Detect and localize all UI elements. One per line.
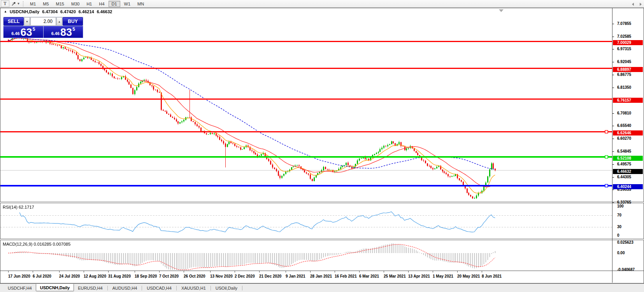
date-tick <box>457 271 458 273</box>
ask-price-sup: 5 <box>72 26 75 32</box>
text-tool-button[interactable]: T <box>1 0 9 7</box>
tab-separator <box>107 286 108 290</box>
chart-tab-usdcnh-daily[interactable]: USDCNH,Daily <box>36 284 74 291</box>
date-tick <box>135 271 135 273</box>
date-tick <box>108 271 109 273</box>
timeframe-m1[interactable]: M1 <box>27 1 39 7</box>
tab-separator <box>176 286 177 290</box>
date-tick <box>59 271 60 273</box>
price-tag-7-00029: 7.00029 <box>613 40 643 45</box>
chart-tab-eurusd-h4[interactable]: EURUSD,H4 <box>74 284 107 292</box>
date-label: 16 Feb 2021 <box>335 274 357 278</box>
price-tag-6-76157: 6.76157 <box>613 98 643 103</box>
volume-increase-button[interactable]: ▲ <box>56 17 62 26</box>
rsi-scale-tick: 70 <box>617 213 621 217</box>
sell-button[interactable]: SELL <box>4 17 24 26</box>
date-tick <box>335 271 335 273</box>
date-label: 6 Mar 2021 <box>359 274 379 278</box>
chart-title: ▲ USDCNH,Daily 6.47304 6.47420 6.46214 6… <box>4 9 112 14</box>
date-label: 13 Nov 2020 <box>210 274 233 278</box>
date-label: 2 Dec 2020 <box>235 274 255 278</box>
macd-indicator-label: MACD(12,26,9) 0.016285 0.007085 <box>3 242 70 246</box>
price-tick: 6.49575 <box>612 162 631 167</box>
bid-price-tile[interactable]: 6.46 63 5 <box>4 26 43 38</box>
date-tick <box>159 271 160 273</box>
timeframe-mn[interactable]: MN <box>134 1 147 7</box>
timeframe-w1[interactable]: W1 <box>121 1 134 7</box>
buy-button[interactable]: BUY <box>63 17 83 26</box>
date-tick <box>259 271 260 273</box>
volume-decrease-button[interactable]: ▼ <box>24 17 30 26</box>
tab-scroll-right-icon[interactable] <box>640 3 642 6</box>
date-tick <box>359 271 360 273</box>
date-label: 17 Jun 2020 <box>8 274 30 278</box>
arrows-tool-button[interactable]: ▼ <box>10 0 21 7</box>
bid-price-prefix: 6.46 <box>11 31 19 36</box>
volume-input[interactable]: 2.00 <box>30 17 56 26</box>
date-tick <box>84 271 84 273</box>
price-tick: 6.44305 <box>612 175 631 179</box>
timeframe-m30[interactable]: M30 <box>68 1 82 7</box>
date-label: 21 Dec 2020 <box>259 274 281 278</box>
price-tick: 7.07855 <box>612 21 631 26</box>
rsi-scale-tick: 100 <box>617 204 624 208</box>
price-axis[interactable]: 7.078557.025856.973156.920456.867756.813… <box>612 8 644 271</box>
ask-price-big: 83 <box>60 27 72 37</box>
timeframe-m15[interactable]: M15 <box>53 1 67 7</box>
date-tick <box>384 271 384 273</box>
macd-pane-canvas[interactable] <box>0 240 612 271</box>
date-tick <box>33 271 33 273</box>
tab-scroll-left-icon[interactable] <box>632 3 634 6</box>
ohlc-low: 6.46214 <box>79 9 94 14</box>
timeframe-d1[interactable]: D1 <box>109 1 120 7</box>
arrows-tool-icon <box>11 2 16 6</box>
date-tick <box>235 271 235 273</box>
date-tick <box>482 271 482 273</box>
price-tag-6-62646: 6.62646 <box>613 130 643 135</box>
price-tick: 6.70810 <box>612 111 631 116</box>
price-tick: 6.60270 <box>612 136 631 141</box>
toolbar: T ▼ M1M5M15M30H1H4D1W1MN <box>0 0 644 8</box>
date-label: 28 Jan 2021 <box>310 274 332 278</box>
chart-tab-xauusd-h1[interactable]: XAUUSD,H1 <box>177 284 210 292</box>
chart-shift-marker-icon[interactable] <box>499 9 504 12</box>
symbol-period-label: USDCNH,Daily <box>10 9 39 14</box>
chart-tab-usoil-daily[interactable]: USOil,Daily <box>212 284 241 292</box>
rsi-pane-canvas[interactable] <box>0 203 612 239</box>
timeframe-h1[interactable]: H1 <box>83 1 95 7</box>
pane-splitter[interactable] <box>0 202 644 203</box>
date-tick <box>8 271 9 273</box>
ohlc-open: 6.47304 <box>42 9 58 14</box>
timeframe-h4[interactable]: H4 <box>96 1 107 7</box>
date-label: 8 Jun 2021 <box>482 274 502 278</box>
pane-splitter[interactable] <box>0 239 644 240</box>
price-chart-canvas[interactable] <box>0 8 612 202</box>
price-tick: 6.54845 <box>612 149 631 154</box>
rsi-scale-tick: 0 <box>617 233 619 237</box>
one-click-trading-panel: SELL ▼ 2.00 ▲ BUY 6.46 63 5 6.46 83 5 <box>3 17 83 38</box>
date-label: 1 May 2021 <box>433 274 453 278</box>
date-axis[interactable]: 17 Jun 20206 Jul 202024 Jul 202012 Aug 2… <box>0 271 644 283</box>
macd-scale-tick: -0.040687 <box>617 267 635 272</box>
chart-tab-audusd-h4[interactable]: AUDUSD,H4 <box>109 284 141 292</box>
date-label: 12 Aug 2020 <box>84 274 106 278</box>
ohlc-high: 6.47420 <box>60 9 76 14</box>
chart-tab-usdcad-h4[interactable]: USDCAD,H4 <box>143 284 175 292</box>
chevron-down-icon: ▼ <box>17 2 20 5</box>
date-tick <box>310 271 311 273</box>
date-tick <box>433 271 433 273</box>
price-tick: 6.81350 <box>612 85 631 90</box>
chart-tab-usdchf-h4[interactable]: USDCHF,H4 <box>4 284 36 292</box>
ask-price-prefix: 6.46 <box>51 31 60 36</box>
ask-price-tile[interactable]: 6.46 83 5 <box>44 26 83 38</box>
timeframe-m5[interactable]: M5 <box>40 1 52 7</box>
date-label: 6 Jul 2020 <box>33 274 51 278</box>
date-label: 26 Oct 2020 <box>184 274 205 278</box>
date-label: 31 Aug 2020 <box>108 274 131 278</box>
toolbar-grip <box>23 1 25 7</box>
macd-scale-tick: 0.00 <box>617 251 625 255</box>
date-label: 24 Jul 2020 <box>59 274 80 278</box>
macd-scale-tick: 0.025623 <box>617 240 633 245</box>
chart-pointer-icon: ▲ <box>4 10 7 13</box>
date-tick <box>210 271 211 273</box>
